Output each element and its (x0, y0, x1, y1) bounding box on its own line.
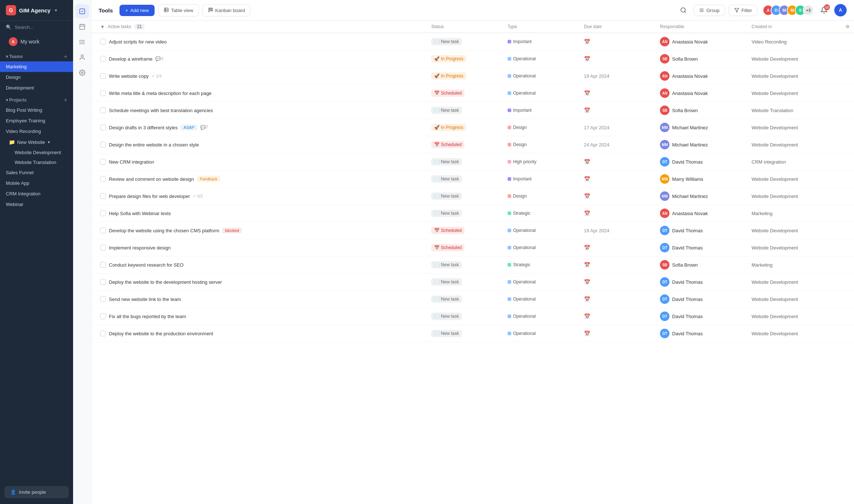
task-type-cell: Important (503, 171, 580, 188)
task-checkbox[interactable] (100, 73, 106, 79)
svg-point-9 (80, 42, 80, 42)
icon-person[interactable] (75, 50, 89, 64)
sidebar-item-webinar[interactable]: Webinar (0, 199, 73, 210)
group-button[interactable]: Group (694, 5, 725, 16)
created-in-text: Website Development (752, 56, 798, 62)
kanban-icon (208, 7, 213, 14)
calendar-icon: 📅 (584, 159, 590, 165)
task-name-cell: Deploy the website to the development ho… (91, 274, 427, 291)
task-status-cell: ✉️ New task (427, 33, 503, 50)
sidebar-item-new-website[interactable]: 📁 New Website ▾ (0, 137, 73, 148)
icon-calendar[interactable] (75, 20, 89, 34)
projects-section-header[interactable]: ▾ Projects + (0, 93, 73, 105)
search-icon: 🔍 (6, 24, 12, 30)
task-checkbox[interactable] (100, 107, 106, 113)
task-checkbox[interactable] (100, 331, 106, 336)
task-checkbox[interactable] (100, 228, 106, 233)
invite-people-button[interactable]: 👤 Invite people (4, 486, 69, 498)
calendar-icon: 📅 (584, 107, 590, 113)
created-in-text: Video Recording (752, 39, 787, 45)
responsible-avatar: DT (660, 294, 669, 304)
task-checkbox[interactable] (100, 176, 106, 182)
task-name-cell: Schedule meetings with best translation … (91, 102, 427, 119)
created-in-text: Website Development (752, 194, 798, 199)
sidebar-item-video-recording[interactable]: Video Recording (0, 126, 73, 137)
task-checkbox[interactable] (100, 90, 106, 96)
section-chevron-icon[interactable]: ▼ (100, 24, 105, 30)
task-name-text: Send new website link to the team (109, 297, 181, 302)
icon-tasks[interactable] (75, 4, 89, 18)
calendar-icon: 📅 (584, 56, 590, 62)
task-checkbox[interactable] (100, 125, 106, 130)
sidebar-item-website-translation[interactable]: Website Translation (0, 157, 73, 167)
kanban-board-button[interactable]: Kanban board (202, 4, 251, 16)
teams-section-header[interactable]: ▾ Teams + (0, 50, 73, 61)
sidebar-item-marketing[interactable]: Marketing (0, 61, 73, 72)
status-badge: ✉️ New task (431, 330, 462, 337)
task-type-cell: High priority (503, 153, 580, 171)
type-badge: Design (508, 194, 527, 199)
task-checkbox[interactable] (100, 296, 106, 302)
icon-settings[interactable] (75, 66, 89, 80)
task-checkbox[interactable] (100, 159, 106, 165)
app-logo[interactable]: G GIM Agency ▾ (0, 0, 73, 21)
task-type-cell: Design (503, 136, 580, 153)
task-due-date-cell: 📅 (580, 274, 656, 291)
task-checkbox[interactable] (100, 193, 106, 199)
folder-icon: 📁 (9, 139, 15, 145)
add-new-button[interactable]: + Add new (119, 5, 155, 16)
table-view-button[interactable]: Table view (158, 4, 199, 16)
created-in-text: Website Development (752, 73, 798, 79)
type-dot (508, 194, 511, 198)
type-dot (508, 126, 511, 129)
add-icon: + (125, 8, 128, 13)
task-created-in-cell: Website Development (747, 274, 839, 291)
status-badge: ✉️ New task (431, 261, 462, 268)
table-settings-icon[interactable]: ⚙ (846, 24, 850, 29)
teams-add-btn[interactable]: + (64, 53, 67, 60)
projects-add-btn[interactable]: + (64, 97, 67, 103)
user-avatar[interactable]: A (834, 4, 847, 16)
filter-button[interactable]: Filter (729, 5, 758, 16)
table-row: Implement responsive design 📅 Scheduled … (91, 239, 854, 256)
task-created-in-cell: Website Development (747, 308, 839, 325)
search-button[interactable] (677, 4, 690, 17)
task-checkbox[interactable] (100, 39, 106, 45)
task-actions-cell (839, 50, 854, 68)
sidebar-item-website-development[interactable]: Website Development (0, 148, 73, 157)
due-date-text: 19 Apr 2024 (584, 73, 610, 79)
task-actions-cell (839, 308, 854, 325)
task-checkbox[interactable] (100, 279, 106, 285)
sidebar-item-employee-training[interactable]: Employee Training (0, 115, 73, 126)
task-checkbox[interactable] (100, 56, 106, 62)
icon-list[interactable] (75, 35, 89, 49)
task-responsible-cell: DT David Thomas (656, 153, 747, 171)
sidebar-item-blog-post-writing[interactable]: Blog Post Writing (0, 105, 73, 115)
my-work-item[interactable]: A My work (3, 34, 70, 49)
sidebar-item-sales-funnel[interactable]: Sales Funnel (0, 167, 73, 178)
task-checkbox[interactable] (100, 210, 106, 216)
search-bar[interactable]: 🔍 Search... (0, 21, 73, 34)
sidebar-item-mobile-app[interactable]: Mobile App (0, 178, 73, 188)
created-in-text: Website Development (752, 125, 798, 130)
task-checkbox[interactable] (100, 245, 106, 251)
table-row: Deploy the website to the production env… (91, 325, 854, 342)
responsible-avatar: DT (660, 312, 669, 321)
mobile-app-label: Mobile App (6, 180, 29, 186)
task-name-text: Design drafts in 3 different styles (109, 125, 178, 130)
task-checkbox[interactable] (100, 142, 106, 148)
content-area: ▼ Active tasks 21 Status Type Due date R… (91, 21, 854, 504)
task-name-cell: Develop the website using the chosen CMS… (91, 222, 427, 239)
task-checkbox[interactable] (100, 313, 106, 319)
notification-button[interactable]: 12 (817, 4, 831, 17)
task-checkbox[interactable] (100, 262, 106, 268)
invite-label: Invite people (19, 489, 46, 495)
svg-marker-25 (735, 8, 739, 12)
group-label: Group (706, 8, 720, 13)
sidebar-item-design[interactable]: Design (0, 72, 73, 83)
sidebar-item-crm-integration[interactable]: CRM Integration (0, 188, 73, 199)
task-due-date-cell: 📅 (580, 239, 656, 256)
sidebar-item-development[interactable]: Development (0, 83, 73, 93)
search-placeholder: Search... (15, 24, 34, 30)
task-responsible-cell: DT David Thomas (656, 274, 747, 291)
